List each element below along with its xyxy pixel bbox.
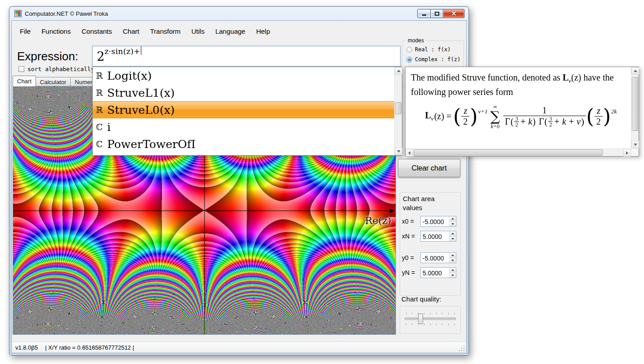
close-icon	[451, 11, 457, 16]
x-axis-label: Re(z)	[365, 215, 391, 226]
menu-transform[interactable]: Transform	[144, 25, 186, 37]
yN-input[interactable]: 5.0000	[420, 267, 456, 278]
tab-chart[interactable]: Chart	[13, 76, 36, 86]
exponent-nu-plus-1: ν+1	[478, 108, 487, 115]
open-paren: (	[586, 108, 594, 126]
y0-input[interactable]: -5.0000	[420, 252, 456, 263]
menu-functions[interactable]: Functions	[36, 25, 76, 37]
scroll-up-button[interactable]	[631, 67, 639, 75]
window-title: Computator.NET © Paweł Troka	[25, 10, 108, 17]
menu-utils[interactable]: Utils	[186, 25, 210, 37]
spin-down-button[interactable]	[450, 258, 456, 263]
open-paren: (	[510, 117, 513, 127]
checkbox-label: sort alphabetically	[27, 66, 95, 72]
maximize-button[interactable]	[431, 9, 443, 18]
spin-down-button[interactable]	[450, 273, 456, 278]
scrollbar-corner	[631, 148, 639, 156]
function-name: i	[107, 121, 111, 134]
right-arrow-icon	[626, 151, 628, 155]
up-arrow-icon	[451, 218, 454, 220]
down-arrow-icon	[451, 238, 454, 240]
slider-ticks	[406, 313, 455, 315]
autocomplete-item-struvel1[interactable]: ℝ StruveL1(x)	[93, 84, 394, 101]
scroll-left-button[interactable]	[405, 149, 413, 157]
tooltip-horizontal-scrollbar[interactable]	[405, 148, 631, 156]
menu-constants[interactable]: Constants	[76, 25, 117, 37]
autocomplete-item-powertowerofi[interactable]: ℂ PowerTowerOfI	[93, 135, 394, 153]
spin-down-button[interactable]	[450, 236, 456, 242]
fraction-3-over-2: 32	[514, 116, 519, 128]
tab-calculator[interactable]: Calculator	[36, 77, 71, 86]
menu-bar: File Functions Constants Chart Transform…	[12, 24, 466, 38]
titlebar[interactable]: Computator.NET © Paweł Troka	[9, 7, 468, 20]
xN-input[interactable]: 5.0000	[420, 231, 456, 242]
radio-icon[interactable]	[406, 47, 412, 53]
spin-up-button[interactable]	[450, 231, 456, 236]
scrollbar-thumb[interactable]	[414, 149, 603, 156]
tooltip-text-line1: The modified Struve function, denoted as…	[411, 71, 631, 85]
left-arrow-icon	[408, 151, 410, 155]
autocomplete-item-i[interactable]: ℂ i	[93, 118, 394, 135]
math-2: 2	[514, 121, 519, 128]
math-2: 2	[594, 116, 603, 127]
tooltip-vertical-scrollbar[interactable]	[631, 67, 639, 148]
math-nu-sub: ν	[431, 115, 434, 122]
yN-label: yN =	[402, 269, 420, 276]
minimize-button[interactable]	[417, 9, 431, 18]
xy-ratio-label: | X/Y ratio = 0.651658767772512 |	[45, 344, 134, 351]
scrollbar-thumb[interactable]	[632, 77, 638, 131]
real-set-icon: ℝ	[96, 105, 106, 115]
scroll-up-button[interactable]	[395, 67, 402, 75]
spin-up-button[interactable]	[450, 253, 456, 258]
field-yN: yN = 5.0000	[402, 267, 456, 278]
scrollbar-thumb[interactable]	[395, 102, 401, 114]
math-3: 3	[514, 116, 519, 122]
menu-help[interactable]: Help	[251, 25, 275, 37]
tooltip-text: (z) have the	[571, 72, 613, 82]
x0-input[interactable]: -5.0000	[420, 216, 456, 227]
math-equals: (z) =	[434, 111, 451, 121]
radio-label: Complex : f(z)	[415, 56, 460, 63]
spin-up-button[interactable]	[450, 216, 456, 221]
real-set-icon: ℝ	[96, 71, 106, 81]
up-arrow-icon	[451, 254, 454, 256]
scroll-down-button[interactable]	[631, 141, 639, 148]
autocomplete-item-partial[interactable]: ℝ	[93, 153, 394, 155]
fraction-z-over-2: z2	[594, 106, 603, 127]
scroll-down-button[interactable]	[395, 148, 402, 155]
sort-alphabetically-checkbox[interactable]: sort alphabetically	[18, 66, 95, 72]
formula-lhs: Lν	[425, 110, 434, 122]
gamma-symbol: Γ	[505, 117, 510, 127]
function-name: PowerTowerOfI	[107, 138, 196, 151]
expression-label: Expression:	[17, 49, 78, 63]
menu-chart[interactable]: Chart	[117, 25, 145, 37]
chart-quality-slider[interactable]	[405, 310, 456, 328]
tab-strip: Chart Calculator Numeric	[13, 76, 101, 86]
autocomplete-item-logit[interactable]: ℝ Logit(x)	[93, 67, 394, 84]
gamma-symbol: Γ	[539, 117, 544, 127]
radio-selected-icon[interactable]	[406, 57, 412, 63]
autocomplete-item-struvel0-selected[interactable]: ℝ StruveL0(x)	[93, 101, 394, 118]
clear-chart-button[interactable]: Clear chart	[398, 159, 460, 177]
slider-track[interactable]	[405, 318, 456, 320]
function-help-tooltip: The modified Struve function, denoted as…	[405, 67, 639, 157]
menu-file[interactable]: File	[14, 25, 36, 37]
resize-grip[interactable]	[459, 346, 465, 351]
fraction-z-over-2: z2	[461, 106, 469, 127]
menu-language[interactable]: Language	[210, 25, 251, 37]
slider-thumb[interactable]	[418, 314, 423, 324]
spin-up-button[interactable]	[450, 268, 456, 273]
checkbox-icon[interactable]	[18, 66, 24, 72]
close-button[interactable]	[443, 9, 464, 18]
expression-input[interactable]: 2z·sin(z)+	[92, 46, 401, 67]
close-paren: )	[470, 108, 477, 126]
math-L: L	[425, 110, 431, 120]
x0-label: x0 =	[402, 218, 420, 225]
complex-set-icon: ℂ	[96, 122, 106, 132]
scroll-right-button[interactable]	[623, 149, 631, 157]
spin-down-button[interactable]	[450, 221, 456, 227]
dropdown-scrollbar[interactable]	[394, 67, 402, 155]
radio-mode-complex[interactable]: Complex : f(z)	[406, 56, 460, 63]
tooltip-text: The modified Struve function, denoted as	[411, 72, 563, 82]
radio-mode-real[interactable]: Real : f(x)	[406, 46, 450, 53]
